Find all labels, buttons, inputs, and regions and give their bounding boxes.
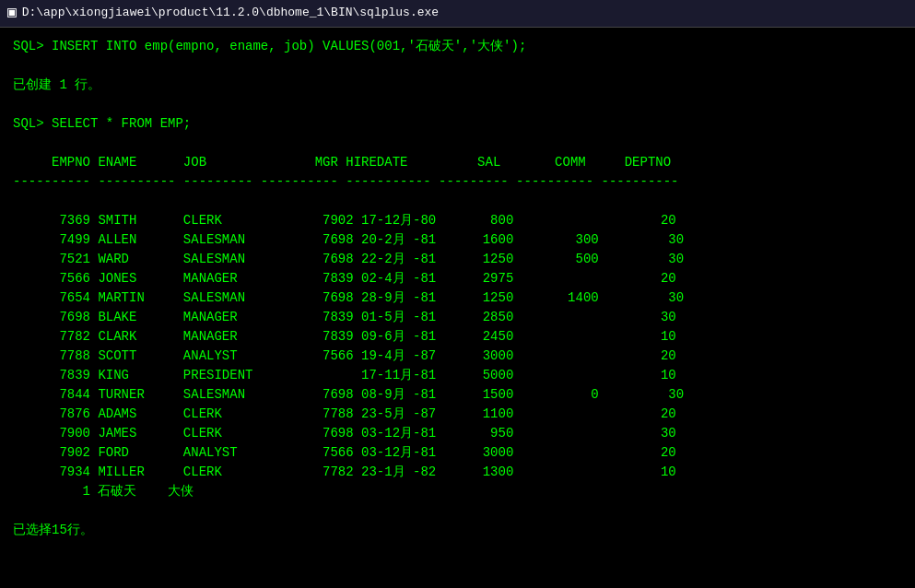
title-bar: ▣ D:\app\xiongjiawei\product\11.2.0\dbho… xyxy=(0,0,915,28)
title-text: D:\app\xiongjiawei\product\11.2.0\dbhome… xyxy=(22,5,439,22)
terminal-output: SQL> INSERT INTO emp(empno, ename, job) … xyxy=(0,28,915,549)
app-icon: ▣ xyxy=(7,3,17,24)
